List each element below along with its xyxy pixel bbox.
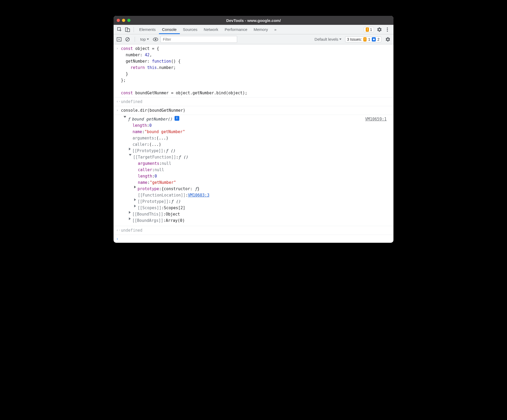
function-symbol: ƒ: [128, 116, 130, 122]
output-caret-icon: ‹·: [116, 99, 121, 105]
svg-point-5: [387, 31, 388, 32]
settings-icon[interactable]: [377, 27, 382, 32]
chevron-down-icon: [147, 39, 149, 40]
context-selector[interactable]: top: [139, 37, 151, 41]
dir-prop[interactable]: caller: null: [116, 167, 391, 173]
titlebar: DevTools - www.google.com/: [114, 16, 393, 25]
chevron-down-icon: [339, 39, 341, 40]
window-controls: [117, 19, 130, 22]
tab-elements[interactable]: Elements: [136, 25, 159, 34]
toggle-sidebar-icon[interactable]: [116, 36, 123, 43]
disclosure-triangle-icon[interactable]: [129, 217, 131, 220]
svg-point-4: [387, 29, 388, 30]
tab-performance[interactable]: Performance: [222, 25, 251, 34]
clear-console-icon[interactable]: [124, 36, 131, 43]
console-result: undefined: [121, 227, 391, 234]
console-input-code: const object = { number: 42, getNumber: …: [121, 45, 391, 96]
tabbar: Elements Console Sources Network Perform…: [114, 25, 393, 34]
disclosure-triangle-icon[interactable]: [134, 205, 136, 207]
warning-icon: !: [363, 37, 367, 41]
tab-memory[interactable]: Memory: [251, 25, 271, 34]
info-icon: ■: [372, 37, 376, 41]
warnings-count: 1: [370, 27, 372, 32]
source-link[interactable]: VM10659:1: [365, 116, 388, 122]
log-levels-selector[interactable]: Default levels: [312, 37, 344, 41]
issues-indicator[interactable]: 3 Issues: ! 1 ■ 2: [345, 36, 381, 42]
disclosure-triangle-icon[interactable]: [129, 211, 131, 214]
issues-warn-count: 1: [368, 37, 370, 41]
dir-prop[interactable]: arguments: null: [116, 160, 391, 167]
dir-header[interactable]: ƒ bound getNumber() i VM10659:1: [116, 116, 391, 122]
function-name: bound getNumber(): [132, 116, 172, 122]
output-caret-icon: ‹·: [116, 227, 121, 234]
dir-prop[interactable]: length: 0: [116, 173, 391, 179]
dir-prop[interactable]: arguments: (...): [116, 135, 391, 141]
tab-console[interactable]: Console: [159, 25, 180, 34]
filter-input[interactable]: [161, 36, 237, 43]
dir-prop-expandable[interactable]: [[BoundThis]]: Object: [116, 211, 391, 217]
dir-prop-expandable[interactable]: [[Prototype]]: ƒ (): [116, 198, 391, 205]
live-expression-icon[interactable]: [152, 36, 159, 43]
close-window-button[interactable]: [117, 19, 120, 22]
dir-target-function[interactable]: [[TargetFunction]]: ƒ (): [116, 154, 391, 160]
kebab-menu-icon[interactable]: [384, 27, 390, 32]
console-input-row: › console.dir(boundGetNunmer): [114, 106, 393, 115]
inspect-element-icon[interactable]: [117, 27, 123, 32]
console-dir-output: ƒ bound getNumber() i VM10659:1 length: …: [114, 115, 393, 226]
prompt-input[interactable]: [121, 236, 391, 242]
disclosure-triangle-icon[interactable]: [129, 148, 131, 150]
input-caret-icon: ›: [116, 45, 121, 96]
console-input-row: › const object = { number: 42, getNumber…: [114, 44, 393, 97]
disclosure-triangle-icon[interactable]: [134, 198, 136, 201]
console-result-row: ‹· undefined: [114, 226, 393, 235]
tab-sources[interactable]: Sources: [180, 25, 201, 34]
separator: [134, 27, 134, 32]
console-prompt[interactable]: ›: [114, 235, 393, 243]
dir-prop-expandable[interactable]: prototype: {constructor: ƒ}: [116, 186, 391, 192]
dir-prop[interactable]: name: "getNumber": [116, 179, 391, 186]
console-input-code: console.dir(boundGetNunmer): [121, 107, 391, 114]
dir-prop[interactable]: name: "bound getNumber": [116, 129, 391, 135]
devtools-window: DevTools - www.google.com/ Elements Cons…: [114, 16, 393, 243]
console-result: undefined: [121, 99, 391, 105]
dir-prop[interactable]: [[FunctionLocation]]: VM10603:3: [116, 192, 391, 198]
tab-network[interactable]: Network: [201, 25, 222, 34]
prompt-caret-icon: ›: [116, 236, 121, 242]
dir-prop-expandable[interactable]: [[Prototype]]: ƒ (): [116, 148, 391, 154]
window-title: DevTools - www.google.com/: [114, 18, 393, 23]
console-body: › const object = { number: 42, getNumber…: [114, 44, 393, 243]
more-tabs-button[interactable]: »: [271, 25, 280, 34]
console-settings-icon[interactable]: [384, 36, 391, 43]
disclosure-triangle-icon[interactable]: [134, 186, 136, 188]
svg-line-8: [126, 38, 129, 41]
device-toolbar-icon[interactable]: [125, 27, 130, 32]
input-caret-icon: ›: [116, 107, 121, 114]
disclosure-triangle-icon[interactable]: [124, 116, 126, 118]
issues-info-count: 2: [377, 37, 379, 41]
svg-rect-2: [127, 29, 130, 32]
zoom-window-button[interactable]: [127, 19, 130, 22]
info-icon[interactable]: i: [175, 116, 179, 121]
warning-icon: !: [366, 27, 369, 32]
minimize-window-button[interactable]: [122, 19, 125, 22]
issues-label: 3 Issues:: [347, 37, 362, 41]
context-label: top: [140, 37, 146, 41]
source-link[interactable]: VM10603:3: [188, 192, 209, 198]
dir-prop[interactable]: length: 0: [116, 122, 391, 129]
dir-prop-expandable[interactable]: [[Scopes]]: Scopes[2]: [116, 205, 391, 211]
console-toolbar: top Default levels 3 Issues: ! 1 ■ 2: [114, 34, 393, 44]
console-result-row: ‹· undefined: [114, 97, 393, 106]
dir-prop-expandable[interactable]: [[BoundArgs]]: Array(0): [116, 217, 391, 224]
dir-prop[interactable]: caller: (...): [116, 141, 391, 148]
disclosure-triangle-icon[interactable]: [129, 154, 132, 156]
svg-point-10: [155, 39, 156, 40]
log-levels-label: Default levels: [314, 37, 338, 41]
warnings-indicator[interactable]: ! 1: [364, 27, 374, 32]
svg-point-3: [387, 27, 388, 29]
separator: [135, 37, 135, 42]
